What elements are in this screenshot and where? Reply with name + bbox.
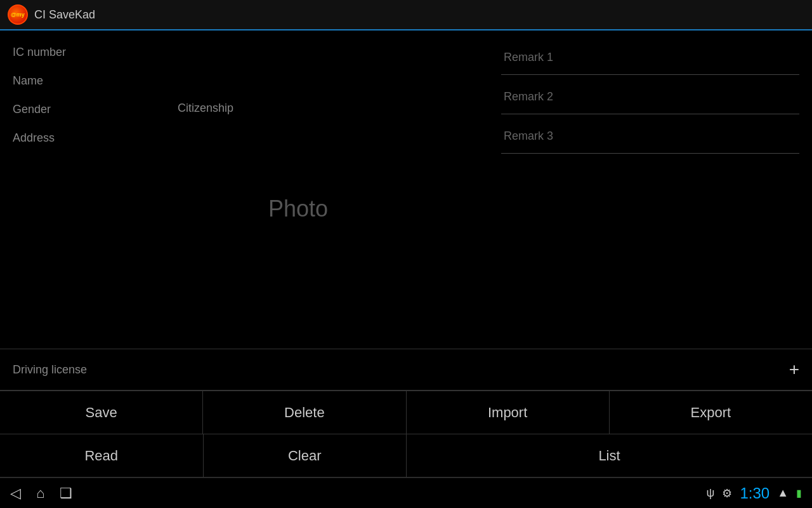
gender-label: Gender (13, 98, 178, 121)
delete-button[interactable]: Delete (203, 391, 406, 434)
citizenship-label: Citizenship (178, 97, 233, 120)
save-button[interactable]: Save (0, 391, 203, 434)
driving-license-section: Driving license + (0, 349, 812, 391)
back-button[interactable]: ◁ (10, 485, 21, 502)
list-button[interactable]: List (407, 434, 812, 477)
remark3-label: Remark 3 (504, 130, 553, 142)
remark1-label: Remark 1 (504, 51, 553, 64)
status-clock: 1:30 (740, 485, 769, 502)
left-column: IC number Name Gender Address (13, 41, 178, 344)
wifi-icon: ▲ (777, 486, 789, 500)
clear-button[interactable]: Clear (204, 434, 407, 477)
recents-button[interactable]: ❑ (60, 485, 72, 502)
photo-placeholder: Photo (268, 196, 328, 222)
nav-buttons: ◁ ⌂ ❑ (10, 485, 72, 502)
export-button[interactable]: Export (610, 391, 812, 434)
app-title: CI SaveKad (34, 8, 95, 22)
name-label: Name (13, 69, 178, 93)
status-bar: ◁ ⌂ ❑ ψ ⚙ 1:30 ▲ ▮ (0, 478, 812, 508)
import-button[interactable]: Import (407, 391, 610, 434)
remark1-field[interactable]: Remark 1 (501, 41, 799, 75)
settings-icon: ⚙ (722, 486, 732, 500)
home-button[interactable]: ⌂ (36, 485, 44, 502)
usb-icon: ψ (707, 486, 715, 500)
remark3-field[interactable]: Remark 3 (501, 119, 799, 154)
buttons-row-2: Read Clear List (0, 434, 812, 478)
right-column: Remark 1 Remark 2 Remark 3 (488, 41, 799, 344)
buttons-row-1: Save Delete Import Export (0, 391, 812, 434)
battery-icon: ▮ (796, 487, 802, 499)
buttons-area: Save Delete Import Export Read Clear Lis… (0, 391, 812, 478)
driving-license-label: Driving license (13, 363, 87, 377)
title-bar: @my CI SaveKad (0, 0, 812, 30)
photo-area: Photo (178, 126, 419, 291)
center-column: Citizenship Photo (178, 41, 488, 344)
read-button[interactable]: Read (0, 434, 204, 477)
main-content: IC number Name Gender Address Citizenshi… (0, 30, 812, 478)
remark2-field[interactable]: Remark 2 (501, 80, 799, 114)
ic-number-label: IC number (13, 41, 178, 64)
add-driving-license-button[interactable]: + (789, 359, 799, 380)
remark2-label: Remark 2 (504, 90, 553, 103)
address-label: Address (13, 126, 178, 150)
form-area: IC number Name Gender Address Citizenshi… (0, 30, 812, 344)
app-icon: @my (8, 4, 28, 25)
status-icons: ψ ⚙ 1:30 ▲ ▮ (707, 485, 802, 502)
